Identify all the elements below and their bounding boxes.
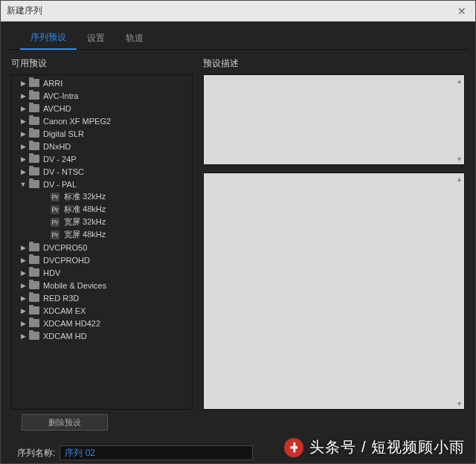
- tree-item-label: DVCPRO50: [43, 243, 87, 252]
- scroll-up-icon[interactable]: ▴: [455, 175, 463, 183]
- preset-description-box: ▴ ▾: [203, 74, 465, 165]
- preset-icon: Pr: [51, 218, 60, 227]
- expand-arrow-icon[interactable]: ▶: [19, 294, 27, 302]
- preset-icon: Pr: [51, 231, 60, 239]
- tree-folder[interactable]: ▶ARRI: [12, 77, 192, 89]
- tree-item-label: AVCHD: [43, 104, 71, 113]
- folder-icon: [29, 155, 39, 163]
- tree-folder[interactable]: ▶XDCAM EX: [12, 304, 192, 317]
- folder-icon: [29, 268, 39, 277]
- expand-arrow-icon[interactable]: ▶: [19, 92, 27, 100]
- tree-folder[interactable]: ▶XDCAM HD422: [12, 317, 192, 329]
- expand-arrow-icon[interactable]: ▶: [19, 282, 27, 289]
- folder-icon: [29, 104, 39, 112]
- tree-item-label: Canon XF MPEG2: [43, 117, 111, 126]
- expand-arrow-icon[interactable]: ▶: [19, 168, 27, 175]
- folder-icon: [29, 243, 39, 251]
- folder-icon: [29, 167, 39, 175]
- expand-arrow-icon[interactable]: ▶: [19, 269, 27, 277]
- tree-item-label: DNxHD: [43, 142, 71, 151]
- preset-icon: Pr: [51, 205, 60, 214]
- preset-details-box: ▴ ▾: [203, 173, 465, 410]
- tree-item-label: DV - 24P: [43, 155, 77, 164]
- below-tree-area: 删除预设: [1, 410, 475, 431]
- toutiao-logo-icon: [284, 438, 303, 457]
- tree-item-label: DV - NTSC: [43, 167, 84, 176]
- tree-folder[interactable]: ▶Mobile & Devices: [12, 279, 192, 291]
- expand-arrow-icon[interactable]: ▶: [19, 307, 27, 315]
- folder-icon: [29, 79, 39, 87]
- tree-preset[interactable]: ▶Pr宽屏 48kHz: [12, 228, 192, 241]
- expand-arrow-icon[interactable]: ▼: [19, 181, 27, 188]
- titlebar: 新建序列 ✕: [1, 1, 475, 22]
- tab-bar: 序列预设 设置 轨道: [8, 28, 468, 50]
- scroll-up-icon[interactable]: ▴: [455, 77, 463, 85]
- tree-folder[interactable]: ▶AVCHD: [12, 102, 192, 115]
- tree-folder[interactable]: ▶DV - 24P: [12, 152, 192, 165]
- expand-arrow-icon[interactable]: ▶: [19, 105, 27, 112]
- expand-arrow-icon[interactable]: ▶: [19, 130, 27, 138]
- tree-folder[interactable]: ▶XDCAM HD: [12, 329, 192, 342]
- tree-folder[interactable]: ▶RED R3D: [12, 291, 192, 304]
- folder-icon: [29, 129, 39, 138]
- tab-settings[interactable]: 设置: [77, 28, 115, 49]
- sequence-name-input[interactable]: [60, 445, 253, 460]
- folder-icon: [29, 306, 39, 315]
- sequence-name-label: 序列名称:: [17, 447, 55, 460]
- folder-icon: [29, 142, 39, 150]
- preset-description-label: 预设描述: [203, 57, 465, 70]
- tree-item-label: ARRI: [43, 79, 62, 88]
- tree-item-label: XDCAM HD422: [43, 319, 100, 328]
- expand-arrow-icon[interactable]: ▶: [19, 320, 27, 327]
- expand-arrow-icon[interactable]: ▶: [19, 143, 27, 150]
- expand-arrow-icon[interactable]: ▶: [19, 244, 27, 251]
- watermark: 头条号 / 短视频顾小雨: [284, 437, 465, 457]
- scroll-down-icon[interactable]: ▾: [455, 399, 463, 407]
- tab-tracks[interactable]: 轨道: [115, 28, 154, 49]
- tree-folder[interactable]: ▶Canon XF MPEG2: [12, 115, 192, 127]
- tree-preset[interactable]: ▶Pr宽屏 32kHz: [12, 216, 192, 228]
- expand-arrow-icon[interactable]: ▶: [19, 332, 27, 340]
- tree-item-label: HDV: [43, 268, 60, 277]
- tree-folder[interactable]: ▼DV - PAL: [12, 178, 192, 190]
- tree-folder[interactable]: ▶Digital SLR: [12, 127, 192, 140]
- tree-folder[interactable]: ▶DVCPROHD: [12, 254, 192, 266]
- available-presets-column: 可用预设 ▶ARRI▶AVC-Intra▶AVCHD▶Canon XF MPEG…: [11, 57, 193, 410]
- tree-item-label: 标准 48kHz: [64, 204, 106, 215]
- delete-preset-button[interactable]: 删除预设: [22, 414, 108, 431]
- scroll-down-icon[interactable]: ▾: [455, 155, 463, 163]
- tree-item-label: 宽屏 48kHz: [64, 229, 106, 240]
- window-title: 新建序列: [7, 4, 454, 17]
- tree-folder[interactable]: ▶DNxHD: [12, 140, 192, 152]
- folder-icon: [29, 180, 39, 188]
- preset-description-column: 预设描述 ▴ ▾ ▴ ▾: [203, 57, 465, 410]
- preset-icon: Pr: [51, 193, 60, 202]
- folder-icon: [29, 256, 39, 264]
- tree-item-label: DV - PAL: [43, 180, 77, 189]
- watermark-text: 头条号 / 短视频顾小雨: [309, 437, 465, 457]
- folder-icon: [29, 294, 39, 302]
- tree-item-label: 宽屏 32kHz: [64, 216, 106, 228]
- tree-item-label: XDCAM HD: [43, 332, 87, 341]
- close-icon[interactable]: ✕: [454, 5, 469, 17]
- expand-arrow-icon[interactable]: ▶: [19, 155, 27, 163]
- tree-preset[interactable]: ▶Pr标准 48kHz: [12, 203, 192, 216]
- tree-folder[interactable]: ▶AVC-Intra: [12, 89, 192, 102]
- tab-sequence-presets[interactable]: 序列预设: [20, 27, 77, 50]
- tree-folder[interactable]: ▶HDV: [12, 266, 192, 279]
- dialog-body: 可用预设 ▶ARRI▶AVC-Intra▶AVCHD▶Canon XF MPEG…: [1, 50, 475, 410]
- tree-folder[interactable]: ▶DVCPRO50: [12, 241, 192, 254]
- expand-arrow-icon[interactable]: ▶: [19, 117, 27, 125]
- tree-item-label: Digital SLR: [43, 129, 84, 138]
- folder-icon: [29, 91, 39, 100]
- tree-preset[interactable]: ▶Pr标准 32kHz: [12, 190, 192, 203]
- new-sequence-dialog: 新建序列 ✕ 序列预设 设置 轨道 可用预设 ▶ARRI▶AVC-Intra▶A…: [0, 0, 476, 464]
- expand-arrow-icon[interactable]: ▶: [19, 257, 27, 264]
- folder-icon: [29, 281, 39, 289]
- folder-icon: [29, 332, 39, 340]
- tree-item-label: XDCAM EX: [43, 306, 86, 315]
- preset-tree[interactable]: ▶ARRI▶AVC-Intra▶AVCHD▶Canon XF MPEG2▶Dig…: [11, 74, 193, 410]
- expand-arrow-icon[interactable]: ▶: [19, 80, 27, 87]
- tree-item-label: 标准 32kHz: [64, 191, 106, 202]
- tree-folder[interactable]: ▶DV - NTSC: [12, 165, 192, 178]
